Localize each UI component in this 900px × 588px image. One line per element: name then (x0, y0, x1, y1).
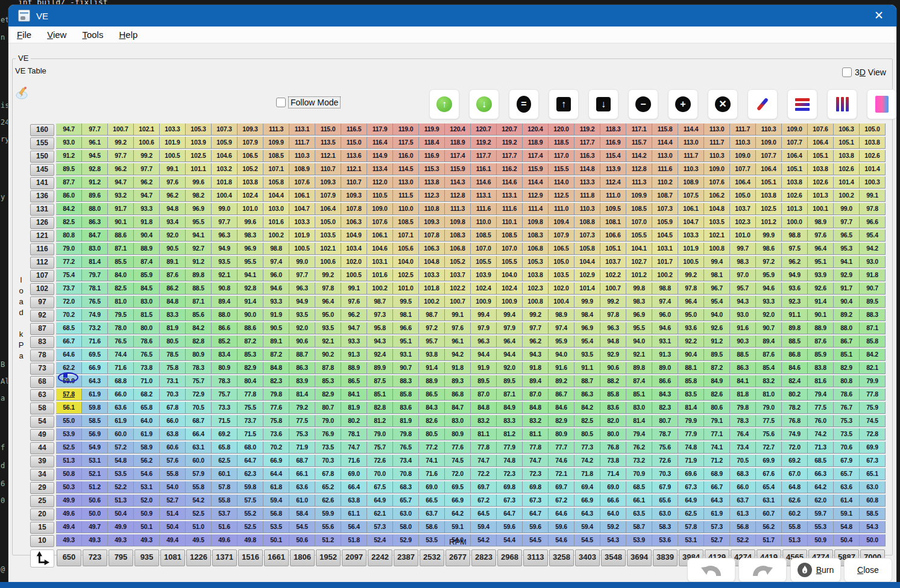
ve-cell[interactable]: 72.3 (523, 468, 549, 480)
ve-cell[interactable]: 98.9 (808, 216, 834, 228)
ve-cell[interactable]: 91.2 (186, 256, 212, 268)
ve-cell[interactable]: 59.9 (315, 508, 341, 520)
row-header[interactable]: 63 (30, 389, 54, 401)
ve-cell[interactable]: 59.6 (497, 521, 523, 533)
ve-cell[interactable]: 87.1 (108, 243, 134, 255)
ve-cell[interactable]: 111.7 (289, 137, 315, 149)
row-header[interactable]: 131 (30, 204, 54, 216)
ve-cell[interactable]: 50.4 (160, 521, 186, 533)
ve-cell[interactable]: 50.8 (56, 468, 82, 480)
ve-cell[interactable]: 109.9 (263, 137, 289, 149)
col-header[interactable]: 3839 (653, 549, 678, 566)
ve-cell[interactable]: 116.3 (574, 150, 600, 162)
ve-cell[interactable]: 94.3 (730, 296, 756, 308)
ve-cell[interactable]: 109.8 (523, 216, 549, 228)
ve-cell[interactable]: 78.2 (782, 402, 808, 414)
ve-cell[interactable]: 59.1 (445, 521, 471, 533)
ve-cell[interactable]: 110.7 (341, 177, 367, 189)
ve-cell[interactable]: 81.5 (134, 309, 160, 321)
ve-cell[interactable]: 81.0 (108, 296, 134, 308)
ve-cell[interactable]: 95.7 (730, 283, 756, 295)
ve-cell[interactable]: 77.8 (860, 389, 886, 401)
ve-cell[interactable]: 115.0 (341, 137, 367, 149)
ve-cell[interactable]: 80.2 (782, 389, 808, 401)
ve-cell[interactable]: 97.8 (860, 203, 886, 215)
ve-cell[interactable]: 91.4 (238, 296, 263, 308)
ve-cell[interactable]: 111.3 (626, 177, 652, 189)
ve-cell[interactable]: 59.1 (834, 508, 860, 520)
ve-cell[interactable]: 88.5 (186, 283, 212, 295)
decrement-button[interactable]: − (628, 89, 658, 119)
ve-cell[interactable]: 82.4 (782, 375, 808, 387)
ve-cell[interactable]: 90.7 (756, 322, 782, 334)
ve-cell[interactable]: 96.2 (782, 256, 808, 268)
ve-cell[interactable]: 72.0 (445, 468, 471, 480)
ve-cell[interactable]: 93.6 (678, 322, 704, 334)
ve-cell[interactable]: 75.8 (160, 362, 186, 374)
ve-cell[interactable]: 86.7 (549, 389, 574, 401)
ve-cell[interactable]: 104.0 (393, 256, 419, 268)
ve-cell[interactable]: 99.0 (834, 203, 860, 215)
ve-cell[interactable]: 103.5 (315, 230, 341, 242)
row-header[interactable]: 39 (30, 455, 54, 468)
row-header[interactable]: 49 (30, 429, 54, 441)
ve-cell[interactable]: 112.9 (523, 190, 549, 202)
ve-cell[interactable]: 49.9 (108, 521, 134, 533)
ve-cell[interactable]: 87.5 (367, 375, 393, 387)
ve-cell[interactable]: 64.9 (678, 495, 704, 507)
ve-cell[interactable]: 106.3 (834, 124, 860, 136)
ve-cell[interactable]: 87.4 (134, 256, 160, 268)
ve-cell[interactable]: 82.5 (574, 415, 600, 427)
ve-cell[interactable]: 67.2 (549, 495, 574, 507)
ve-cell[interactable]: 89.2 (549, 375, 574, 387)
ve-cell[interactable]: 67.3 (860, 455, 886, 467)
col-header[interactable]: 2242 (368, 549, 392, 566)
ve-cell[interactable]: 94.9 (212, 243, 238, 255)
ve-cell[interactable]: 87.2 (238, 336, 263, 348)
ve-cell[interactable]: 109.9 (626, 190, 652, 202)
ve-cell[interactable]: 60.0 (108, 428, 134, 440)
ve-cell[interactable]: 76.5 (393, 442, 419, 454)
ve-cell[interactable]: 109.0 (704, 163, 730, 175)
ve-cell[interactable]: 105.9 (212, 137, 238, 149)
ve-cell[interactable]: 99.4 (704, 256, 730, 268)
ve-cell[interactable]: 100.8 (704, 243, 730, 255)
ve-cell[interactable]: 93.8 (419, 349, 445, 361)
ve-cell[interactable]: 114.4 (652, 137, 678, 149)
ve-cell[interactable]: 67.8 (315, 468, 341, 480)
ve-cell[interactable]: 93.0 (56, 137, 82, 149)
ve-cell[interactable]: 96.2 (108, 163, 134, 175)
ve-cell[interactable]: 98.9 (549, 309, 574, 321)
ve-cell[interactable]: 105.1 (600, 243, 626, 255)
ve-cell[interactable]: 97.6 (808, 230, 834, 242)
ve-cell[interactable]: 92.0 (289, 322, 315, 334)
ve-cell[interactable]: 99.7 (730, 243, 756, 255)
ve-cell[interactable]: 106.1 (678, 203, 704, 215)
ve-cell[interactable]: 57.8 (212, 481, 238, 493)
ve-cell[interactable]: 95.4 (704, 296, 730, 308)
ve-cell[interactable]: 107.6 (704, 177, 730, 189)
ve-cell[interactable]: 94.0 (704, 309, 730, 321)
ve-cell[interactable]: 81.2 (367, 415, 393, 427)
ve-cell[interactable]: 77.8 (523, 442, 549, 454)
ve-cell[interactable]: 106.4 (808, 137, 834, 149)
ve-cell[interactable]: 85.3 (238, 349, 263, 361)
ve-cell[interactable]: 86.8 (445, 389, 471, 401)
ve-cell[interactable]: 84.0 (108, 269, 134, 281)
ve-cell[interactable]: 51.3 (56, 455, 82, 467)
ve-cell[interactable]: 102.3 (523, 283, 549, 295)
ve-cell[interactable]: 75.3 (834, 415, 860, 427)
ve-cell[interactable]: 55.8 (160, 468, 186, 480)
ve-cell[interactable]: 114.0 (549, 177, 574, 189)
ve-cell[interactable]: 97.7 (134, 163, 160, 175)
undo-button[interactable] (687, 558, 735, 582)
ve-cell[interactable]: 103.7 (445, 269, 471, 281)
ve-cell[interactable]: 64.6 (56, 349, 82, 361)
ve-cell[interactable]: 109.0 (367, 203, 393, 215)
ve-cell[interactable]: 110.0 (471, 216, 497, 228)
ve-cell[interactable]: 82.9 (834, 362, 860, 374)
row-header[interactable]: 73 (30, 363, 54, 375)
ve-cell[interactable]: 80.0 (134, 322, 160, 334)
ve-cell[interactable]: 73.4 (393, 455, 419, 467)
ve-cell[interactable]: 69.5 (445, 481, 471, 493)
